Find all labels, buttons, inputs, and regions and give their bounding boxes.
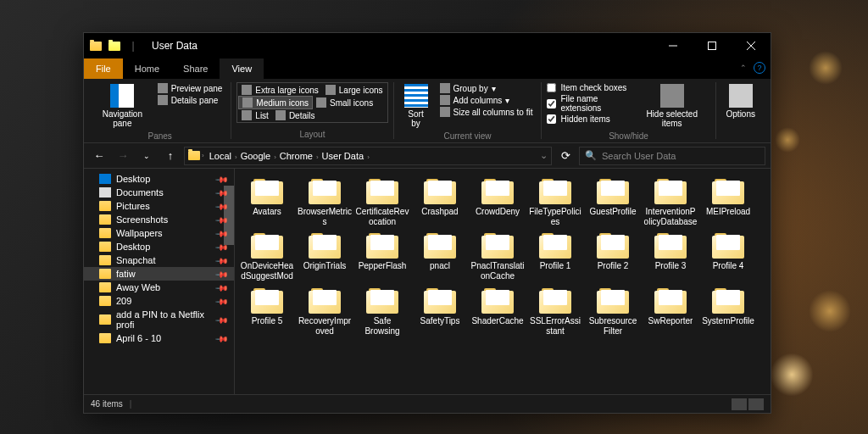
folder-item[interactable]: SwReporter xyxy=(642,285,699,339)
layout-lg[interactable]: Large icons xyxy=(322,84,387,96)
item-checkboxes-toggle[interactable]: Item check boxes xyxy=(547,82,630,93)
folder-item[interactable]: Safe Browsing xyxy=(353,285,411,339)
sidebar-item[interactable]: add a PIN to a Netflix profi📌 xyxy=(84,308,234,331)
folder-icon xyxy=(712,233,744,259)
tab-home[interactable]: Home xyxy=(123,58,171,79)
folder-label: Crashpad xyxy=(421,207,458,217)
sidebar-item[interactable]: April 6 - 10📌 xyxy=(84,331,234,345)
up-button[interactable]: ↑ xyxy=(160,146,181,166)
recent-button[interactable]: ⌄ xyxy=(136,146,157,166)
folder-icon xyxy=(712,288,744,314)
layout-md[interactable]: Medium icons xyxy=(238,96,313,109)
sidebar-item[interactable]: Away Web📌 xyxy=(84,281,234,294)
sidebar-item[interactable]: Snapchat📌 xyxy=(84,253,234,267)
breadcrumb[interactable]: User Data xyxy=(319,151,368,161)
view-details-icon[interactable] xyxy=(732,398,747,410)
tab-view[interactable]: View xyxy=(220,58,264,79)
help-icon[interactable]: ? xyxy=(754,62,765,74)
folder-item[interactable]: Profile 1 xyxy=(526,230,584,285)
collapse-ribbon-icon[interactable]: ⌃ xyxy=(740,64,747,72)
view-icons-icon[interactable] xyxy=(748,398,764,410)
folder-item[interactable]: SafetyTips xyxy=(411,285,469,339)
file-extensions-toggle[interactable]: File name extensions xyxy=(547,93,630,114)
sidebar: Desktop📌Documents📌Pictures📌Screenshots📌W… xyxy=(84,169,235,394)
qat-icon[interactable] xyxy=(108,39,121,53)
options-button[interactable]: Options xyxy=(721,82,760,120)
sidebar-item-label: Wallpapers xyxy=(116,228,163,238)
folder-label: Profile 1 xyxy=(540,261,571,271)
folder-icon xyxy=(99,296,111,306)
breadcrumb[interactable]: Google xyxy=(237,151,274,161)
forward-button[interactable]: → xyxy=(113,146,133,166)
folder-item[interactable]: CertificateRevocation xyxy=(353,175,411,230)
folder-label: SSLErrorAssistant xyxy=(528,316,582,336)
folder-item[interactable]: OnDeviceHeadSuggestModel xyxy=(238,230,296,285)
folder-item[interactable]: InterventionPolicyDatabase xyxy=(642,175,699,230)
breadcrumb[interactable]: Chrome xyxy=(276,151,316,161)
refresh-button[interactable]: ⟳ xyxy=(555,146,576,166)
details-pane-button[interactable]: Details pane xyxy=(154,94,226,106)
layout-list[interactable]: List xyxy=(238,109,272,121)
layout-xl[interactable]: Extra large icons xyxy=(238,84,321,96)
sidebar-item[interactable]: Pictures📌 xyxy=(84,199,234,213)
folder-item[interactable]: Profile 4 xyxy=(699,230,757,285)
hidden-items-toggle[interactable]: Hidden items xyxy=(547,114,630,125)
layout-sm[interactable]: Small icons xyxy=(313,96,376,109)
sidebar-item-label: 209 xyxy=(116,296,131,306)
preview-pane-button[interactable]: Preview pane xyxy=(154,82,226,94)
folder-item[interactable]: SSLErrorAssistant xyxy=(526,285,584,339)
folder-label: SafetyTips xyxy=(420,316,460,326)
breadcrumb[interactable]: Local xyxy=(206,151,235,161)
hide-selected-button[interactable]: Hide selected items xyxy=(634,82,710,130)
layout-details[interactable]: Details xyxy=(272,109,319,121)
address-field[interactable]: › Local›Google›Chrome›User Data› ⌄ xyxy=(184,147,552,165)
chevron-right-icon[interactable]: › xyxy=(367,153,370,161)
folder-item[interactable]: ShaderCache xyxy=(469,285,526,339)
window-icon xyxy=(89,39,103,53)
sidebar-item[interactable]: Desktop📌 xyxy=(84,172,234,186)
folder-item[interactable]: SystemProfile xyxy=(699,285,757,339)
folder-item[interactable]: pnacl xyxy=(411,230,469,285)
folder-item[interactable]: BrowserMetrics xyxy=(296,175,353,230)
sort-by-button[interactable]: Sort by xyxy=(399,82,433,130)
content-area[interactable]: AvatarsBrowserMetricsCertificateRevocati… xyxy=(235,169,771,394)
folder-icon xyxy=(99,214,111,225)
folder-item[interactable]: PnaclTranslationCache xyxy=(469,230,526,285)
sidebar-item[interactable]: 209📌 xyxy=(84,294,234,308)
folder-item[interactable]: MEIPreload xyxy=(699,175,757,230)
sidebar-item[interactable]: Wallpapers📌 xyxy=(84,226,234,240)
folder-label: BrowserMetrics xyxy=(298,207,352,226)
folder-item[interactable]: CrowdDeny xyxy=(469,175,526,230)
maximize-button[interactable] xyxy=(693,33,732,58)
sidebar-item-label: Documents xyxy=(116,187,164,198)
folder-item[interactable]: FileTypePolicies xyxy=(526,175,584,230)
folder-item[interactable]: Profile 3 xyxy=(642,230,699,285)
add-columns-button[interactable]: Add columns ▾ xyxy=(437,94,537,106)
folder-label: Profile 2 xyxy=(598,261,629,271)
folder-item[interactable]: Crashpad xyxy=(411,175,469,230)
minimize-button[interactable] xyxy=(654,33,693,58)
folder-item[interactable]: PepperFlash xyxy=(353,230,411,285)
sidebar-item[interactable]: Desktop📌 xyxy=(84,240,234,253)
sidebar-item[interactable]: fatiw📌 xyxy=(84,267,234,281)
panes-group-label: Panes xyxy=(94,130,225,141)
tab-share[interactable]: Share xyxy=(171,58,220,79)
group-by-button[interactable]: Group by ▾ xyxy=(437,82,537,94)
close-button[interactable] xyxy=(732,33,771,58)
folder-item[interactable]: RecoveryImproved xyxy=(296,285,353,339)
back-button[interactable]: ← xyxy=(89,146,109,166)
sidebar-item[interactable]: Screenshots📌 xyxy=(84,213,234,226)
search-field[interactable]: 🔍 Search User Data xyxy=(579,147,765,165)
address-dropdown-icon[interactable]: ⌄ xyxy=(540,150,548,161)
folder-item[interactable]: Profile 2 xyxy=(584,230,642,285)
tab-file[interactable]: File xyxy=(84,58,123,79)
folder-item[interactable]: Avatars xyxy=(238,175,296,230)
navigation-pane-button[interactable]: Navigation pane xyxy=(94,82,151,130)
pin-icon: 📌 xyxy=(215,253,229,267)
size-columns-button[interactable]: Size all columns to fit xyxy=(437,106,537,118)
folder-item[interactable]: Subresource Filter xyxy=(584,285,642,339)
sidebar-item[interactable]: Documents📌 xyxy=(84,186,234,199)
folder-item[interactable]: GuestProfile xyxy=(584,175,642,230)
folder-item[interactable]: OriginTrials xyxy=(296,230,353,285)
folder-item[interactable]: Profile 5 xyxy=(238,285,296,339)
